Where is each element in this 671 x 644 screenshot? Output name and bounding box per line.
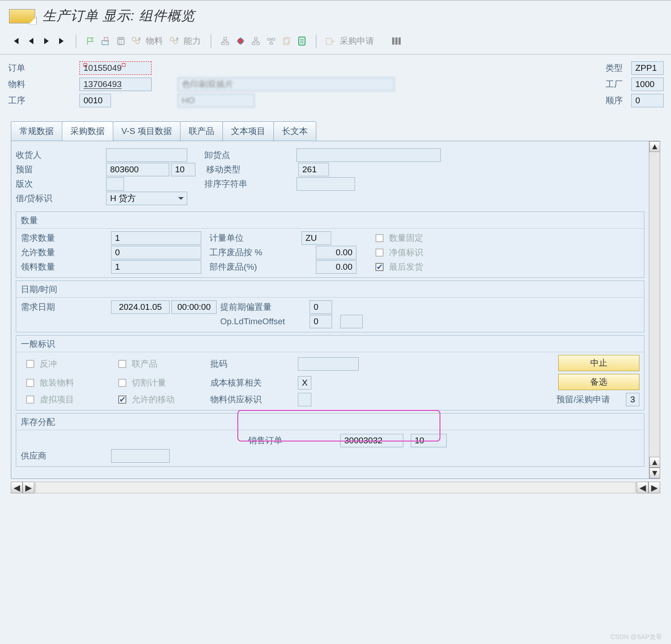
vendor-field[interactable] (111, 449, 170, 463)
revision-field[interactable] (106, 177, 124, 191)
svg-point-19 (240, 43, 241, 45)
hscroll-left[interactable]: ◀ (11, 482, 23, 493)
svg-rect-24 (257, 42, 259, 45)
allowed-mvt-label: 允许的移动 (132, 394, 208, 405)
svg-rect-34 (398, 37, 401, 45)
svg-rect-28 (283, 39, 288, 45)
hscroll-left2[interactable]: ◀ (637, 482, 648, 493)
allowed-field[interactable]: 0 (111, 246, 201, 259)
svg-point-5 (121, 41, 122, 42)
sequence-label: 顺序 (605, 93, 629, 108)
svg-rect-29 (285, 37, 290, 43)
allowed-mvt-checkbox[interactable] (118, 396, 126, 404)
tab-coproduct[interactable]: 联产品 (180, 121, 223, 141)
order-header-icon[interactable] (99, 34, 112, 48)
debit-credit-select[interactable]: H 贷方 (106, 192, 187, 205)
scroll-down-icon[interactable]: ▼ (649, 468, 660, 478)
batch-label: 批码 (210, 358, 296, 370)
phantom-label: 虚拟项目 (40, 394, 116, 405)
components-icon[interactable] (234, 34, 247, 48)
tab-vs-project[interactable]: V-S 项目数据 (113, 121, 180, 141)
uom-label: 计量单位 (209, 232, 300, 244)
coproduct-checkbox (118, 360, 126, 368)
quantity-group-title: 数量 (16, 212, 644, 229)
flag-icon[interactable] (83, 34, 97, 48)
unload-field[interactable] (296, 148, 441, 162)
debit-credit-label: 借/贷标识 (16, 193, 104, 204)
sales-item-field[interactable]: 10 (411, 434, 447, 447)
material-input[interactable]: 13706493 (79, 78, 152, 91)
op-scrap-field[interactable]: 0.00 (316, 246, 356, 259)
reservation-item-field[interactable]: 10 (171, 163, 195, 176)
abort-button[interactable]: 中止 (558, 355, 639, 371)
list-icon[interactable] (295, 34, 309, 48)
svg-point-11 (170, 37, 174, 41)
type-field[interactable]: ZPP1 (631, 61, 664, 75)
next-record-icon[interactable] (40, 34, 53, 48)
batch-field[interactable] (298, 357, 359, 371)
scroll-up2-icon[interactable]: ▲ (649, 457, 660, 468)
alt-button[interactable]: 备选 (558, 374, 639, 390)
op-ld-unit-field[interactable] (340, 315, 363, 328)
purchase-req-icon[interactable] (324, 34, 337, 48)
res-purch-field[interactable]: 3 (626, 393, 639, 406)
svg-point-9 (136, 40, 139, 44)
res-purch-label: 预留/采购申请 (556, 394, 624, 405)
op-ld-field[interactable]: 0 (310, 315, 332, 328)
tab-purchase[interactable]: 采购数据 (62, 121, 113, 141)
final-checkbox[interactable] (375, 263, 384, 271)
hierarchy-icon[interactable] (218, 34, 232, 48)
hscroll-right[interactable]: ▶ (23, 482, 34, 493)
hscroll-right2[interactable]: ▶ (648, 482, 660, 493)
tab-text-item[interactable]: 文本项目 (222, 121, 274, 141)
net-label: 净值标识 (389, 247, 477, 258)
last-record-icon[interactable] (55, 34, 69, 48)
tab-long-text[interactable]: 长文本 (273, 121, 316, 141)
plant-field[interactable]: 1000 (631, 78, 664, 91)
req-qty-label: 需求数量 (21, 232, 109, 244)
operation-input[interactable]: 0010 (79, 94, 111, 107)
svg-point-20 (237, 40, 239, 42)
network-icon[interactable] (264, 34, 278, 48)
material-icon[interactable] (130, 34, 143, 48)
op-scrap-label: 工序废品按 % (209, 247, 314, 258)
fixed-checkbox (375, 234, 384, 242)
req-date-field[interactable]: 2024.01.05 (111, 300, 170, 314)
documents-icon[interactable] (280, 34, 293, 48)
general-group-title: 一般标识 (16, 336, 644, 352)
order-label: 订单 (7, 61, 78, 75)
unload-label: 卸货点 (204, 149, 295, 161)
capacity-icon[interactable] (167, 34, 181, 48)
sequence-field[interactable]: 0 (631, 94, 664, 107)
vscroll[interactable]: ▲ ▲ ▼ (649, 141, 660, 478)
tab-general[interactable]: 常规数据 (11, 121, 62, 141)
calculator-icon[interactable] (114, 34, 128, 48)
layout-icon[interactable] (389, 34, 403, 48)
uom-field[interactable]: ZU (301, 231, 331, 245)
revision-label: 版次 (16, 178, 104, 190)
req-qty-field[interactable]: 1 (111, 231, 201, 245)
req-time-field[interactable]: 00:00:00 (171, 300, 217, 314)
sort-string-field[interactable] (296, 177, 355, 191)
movement-type-field[interactable]: 261 (298, 163, 329, 176)
supply-field[interactable] (298, 393, 311, 406)
scroll-up-icon[interactable]: ▲ (649, 141, 660, 152)
hierarchy2-icon[interactable] (249, 34, 263, 48)
coproduct-label: 联产品 (132, 358, 208, 370)
svg-point-4 (119, 41, 120, 42)
header-fields: 订单 10155049 类型 ZPP1 物料 13706493 色印刷双插片 工… (0, 55, 671, 113)
hscroll-track[interactable] (35, 482, 636, 493)
order-input[interactable]: 10155049 (79, 61, 152, 75)
sales-order-field[interactable]: 30003032 (340, 434, 403, 447)
lead-offset-label: 提前期偏置量 (218, 301, 308, 313)
reservation-field[interactable]: 803600 (106, 163, 169, 176)
comp-scrap-field[interactable]: 0.00 (316, 260, 356, 274)
withdrawn-field[interactable]: 1 (111, 260, 201, 274)
recipient-field[interactable] (106, 148, 187, 162)
prev-record-icon[interactable] (24, 34, 38, 48)
svg-rect-27 (270, 42, 273, 44)
first-record-icon[interactable] (9, 34, 23, 48)
lead-offset-field[interactable]: 0 (310, 300, 332, 314)
svg-rect-15 (222, 42, 224, 45)
cost-rel-field[interactable]: X (298, 376, 311, 390)
